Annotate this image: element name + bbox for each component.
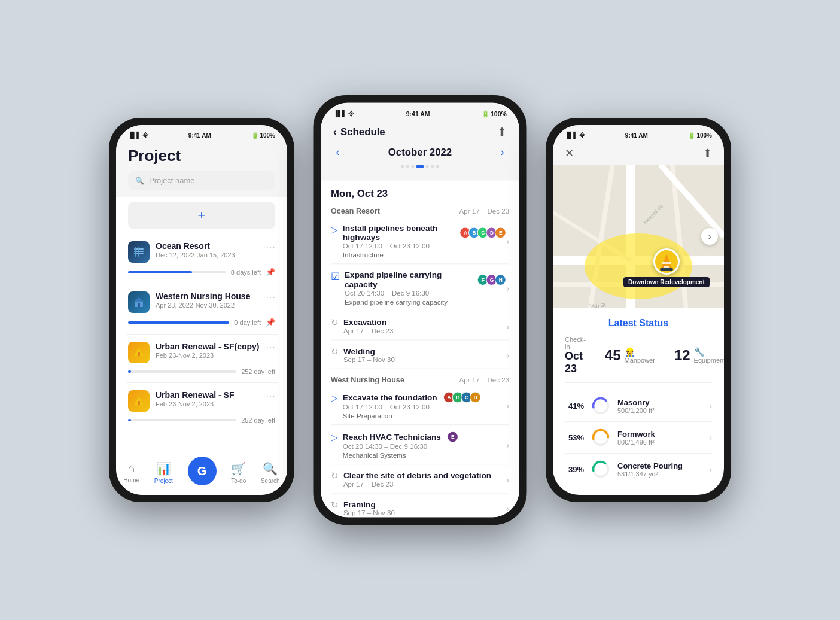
task-chevron-icon: › [506, 283, 509, 293]
list-item[interactable]: Urban Renewal - SF Feb 23-Nov 2, 2023 ⋯ … [126, 383, 278, 431]
task-item[interactable]: ↻ Clear the site of debris and vegetatio… [331, 464, 509, 493]
task-item[interactable]: ▷ Excavate the foundation A B C D [331, 385, 509, 425]
task-item[interactable]: ↻ Welding Sep 17 – Nov 30 › [331, 340, 509, 369]
cal-dot-5 [425, 165, 428, 168]
task-chevron-icon: › [506, 440, 509, 450]
search-bar[interactable]: 🔍 Project name [128, 171, 275, 190]
nav-g-button[interactable]: G [188, 461, 217, 485]
g-avatar[interactable]: G [188, 457, 217, 485]
progress-item-concrete[interactable]: 39% Concrete Pouring 531/1,347 yd² › [565, 454, 712, 485]
svg-marker-6 [134, 297, 144, 302]
list-item[interactable]: Western Nursing House Apr 23, 2022-Nov 3… [126, 284, 278, 335]
task-name: Reach HVAC Technicians E [343, 431, 506, 443]
section-project-dates: Apr 17 – Dec 23 [459, 208, 509, 215]
concrete-pct: 39% [565, 465, 584, 474]
current-month: October 2022 [388, 146, 452, 157]
checkin-date: Oct 23 [565, 350, 586, 375]
progress-bar [128, 271, 226, 273]
battery-p1: 🔋 100% [251, 132, 275, 139]
day-header: Mon, Oct 23 [331, 181, 509, 205]
cal-dot-6 [431, 165, 434, 168]
more-options-button[interactable]: ⋯ [266, 241, 275, 253]
task-time: Sep 17 – Nov 30 [343, 509, 506, 517]
svg-text:54th St: 54th St [588, 302, 606, 308]
task-time: Apr 17 – Dec 23 [343, 481, 506, 488]
task-item[interactable]: ☑ Expand pipeline carrying capacity F G … [331, 264, 509, 311]
svg-rect-11 [138, 401, 140, 405]
nav-todo[interactable]: 🛒 To-do [231, 461, 246, 485]
task-item[interactable]: ▷ Reach HVAC Technicians E Oct 20 14:30 … [331, 425, 509, 464]
progress-item-masonry[interactable]: 41% Masonry 500/1,200 ft² › [565, 390, 712, 422]
section-project-name: Ocean Resort [331, 205, 380, 217]
masonry-donut [591, 396, 610, 415]
task-name: Expand pipeline carrying capacity F G H [345, 271, 506, 290]
concrete-info: Concrete Pouring 531/1,347 yd² [617, 461, 702, 478]
list-item[interactable]: Urban Renewal - SF(copy) Feb 23-Nov 2, 2… [126, 335, 278, 383]
nav-search[interactable]: 🔍 Search [261, 461, 280, 485]
svg-rect-4 [138, 247, 139, 257]
more-options-button[interactable]: ⋯ [266, 291, 275, 303]
project-name: Urban Renewal - SF(copy) [156, 342, 259, 351]
nav-project[interactable]: 📊 Project [154, 461, 173, 485]
list-item[interactable]: Ocean Resort Dec 12, 2022-Jan 15, 2023 ⋯… [126, 234, 278, 284]
masonry-info: Masonry 500/1,200 ft² [617, 398, 702, 414]
task-chevron-icon: › [506, 350, 509, 360]
construction-pin-icon [653, 248, 680, 275]
masonry-chevron-icon: › [709, 401, 712, 411]
add-project-button[interactable]: + [128, 202, 275, 229]
map-view[interactable]: Hewlett St 54th St 60th Ave [553, 165, 724, 308]
signal-icon-p3: ▐▌▌ 令 [565, 131, 585, 139]
progress-item-formwork[interactable]: 53% Formwork 800/1,496 ft² › [565, 422, 712, 454]
cal-dot-active [416, 165, 424, 168]
task-name: Clear the site of debris and vegetation [343, 471, 506, 481]
nav-home[interactable]: ⌂ Home [123, 461, 139, 485]
map-header: ✕ ⬆ [553, 142, 724, 165]
masonry-name: Masonry [617, 398, 702, 407]
project-list: Ocean Resort Dec 12, 2022-Jan 15, 2023 ⋯… [116, 234, 287, 455]
prev-month-button[interactable]: ‹ [336, 145, 339, 159]
schedule-header: ‹ Schedule ⬆ ‹ October 2022 › [321, 120, 519, 181]
manpower-count: 45 [605, 347, 621, 364]
share-button[interactable]: ⬆ [703, 147, 712, 160]
task-time: Oct 20 14:30 – Dec 9 16:30 [345, 289, 506, 297]
more-options-button[interactable]: ⋯ [266, 390, 275, 402]
project-dates: Feb 23-Nov 2, 2023 [156, 352, 259, 359]
equipment-icon: 🔧 [694, 347, 724, 357]
map-next-button[interactable]: › [701, 228, 718, 245]
task-item[interactable]: ↻ Framing Sep 17 – Nov 30 › [331, 494, 509, 518]
days-left: 252 day left [241, 417, 275, 424]
progress-fill [128, 370, 131, 373]
equipment-count: 12 [674, 347, 690, 364]
task-category: Site Preparation [343, 412, 506, 420]
formwork-donut [591, 428, 610, 447]
equipment-label: Equipment [694, 357, 724, 364]
time-p3: 9:41 AM [625, 132, 648, 139]
task-time: Sep 17 – Nov 30 [343, 356, 506, 364]
more-options-button[interactable]: ⋯ [266, 342, 275, 353]
concrete-donut [591, 460, 610, 479]
task-item[interactable]: ↻ Excavation Apr 17 – Dec 23 › [331, 311, 509, 340]
pin-icon: 📌 [266, 318, 275, 327]
project-name: Urban Renewal - SF [156, 390, 234, 400]
task-category: Expand pipeline carrying capacity [345, 298, 506, 306]
project-header: Project 🔍 Project name [116, 142, 287, 197]
task-loop-icon: ↻ [331, 471, 339, 481]
task-item[interactable]: ▷ Install pipelines beneath highways A B… [331, 217, 509, 265]
time-p2: 9:41 AM [406, 110, 430, 117]
signal-icon: ▐▌▌ 令 [128, 131, 148, 139]
search-placeholder: Project name [149, 176, 195, 185]
share-icon[interactable]: ⬆ [497, 125, 507, 139]
next-month-button[interactable]: › [500, 145, 504, 159]
calendar-week-dots [333, 162, 507, 173]
map-pin[interactable]: Downtown Redevelopment [623, 248, 710, 287]
back-button[interactable]: ‹ Schedule [333, 126, 385, 138]
cal-dot-2 [406, 165, 409, 168]
svg-rect-3 [135, 247, 136, 257]
bottom-navigation: ⌂ Home 📊 Project G 🛒 To-do [116, 455, 287, 495]
formwork-info: Formwork 800/1,496 ft² [617, 430, 702, 446]
project-dates: Apr 23, 2022-Nov 30, 2022 [156, 302, 250, 309]
section-project-dates: Apr 17 – Dec 23 [459, 376, 509, 384]
task-name: Install pipelines beneath highways A B C… [343, 223, 506, 242]
task-category: Infrastructure [343, 251, 506, 259]
close-button[interactable]: ✕ [565, 147, 574, 160]
